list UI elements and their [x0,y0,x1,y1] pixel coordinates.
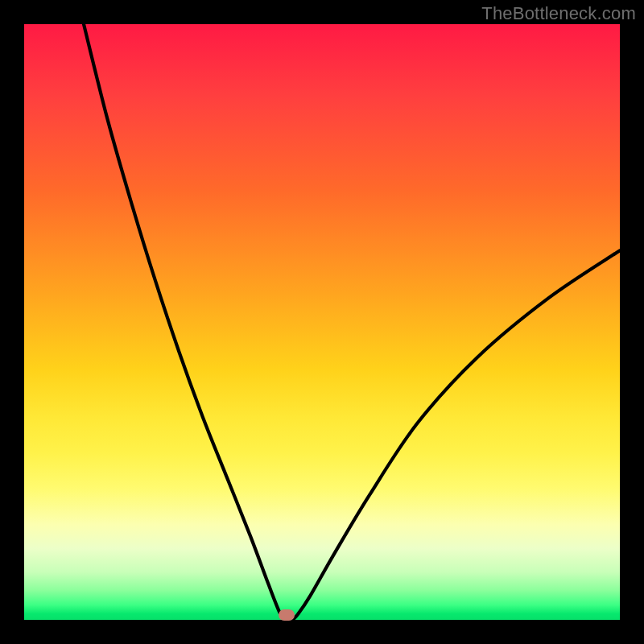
plot-area [24,24,620,620]
bottleneck-curve [24,24,620,620]
watermark-text: TheBottleneck.com [481,3,636,24]
minimum-marker [279,609,295,621]
chart-frame: TheBottleneck.com [0,0,644,644]
